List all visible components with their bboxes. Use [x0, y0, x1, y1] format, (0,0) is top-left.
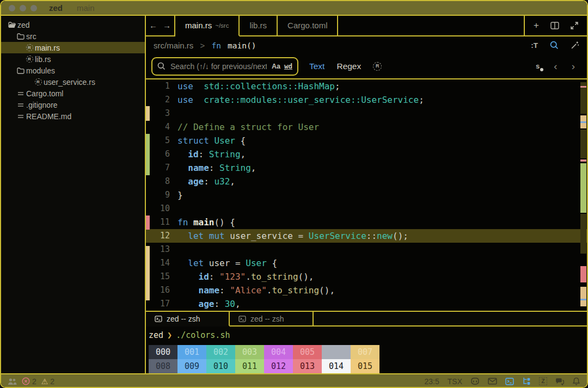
ansi-color-table: 0000010020030040050060070080090100110120… — [149, 345, 587, 373]
file-label: lib.rs — [35, 55, 51, 64]
rust-gear-icon[interactable]: R — [373, 62, 382, 71]
notifications-bell-icon[interactable] — [572, 377, 580, 385]
terminal-tab-2[interactable]: zed -- zsh — [230, 312, 314, 327]
editor-scrollbar[interactable] — [580, 79, 587, 311]
breadcrumb-path[interactable]: src/main.rs — [154, 41, 193, 50]
line-text: fn main() { — [170, 217, 235, 227]
chat-panel-icon[interactable] — [555, 378, 564, 385]
file-tree-item-src[interactable]: src — [1, 30, 145, 42]
editor-controls-icon[interactable]: :T — [531, 41, 538, 50]
code-line-17[interactable]: 17 age: 30, — [146, 297, 587, 311]
ansi-color-004: 004 — [264, 345, 293, 359]
code-line-8[interactable]: 8 age: u32, — [146, 175, 587, 188]
forward-icon[interactable]: → — [163, 21, 171, 30]
zoom-window-button[interactable] — [30, 5, 37, 11]
code-line-7[interactable]: 7 name: String, — [146, 161, 587, 175]
warning-count: 2 — [50, 377, 54, 386]
terminal-panel[interactable]: zed❯./colors.sh 000001002003004005006007… — [146, 327, 587, 373]
file-tree-item-gitignore[interactable]: .gitignore — [1, 99, 145, 110]
diagnostics-errors[interactable]: 2 — [22, 377, 36, 386]
code-line-11[interactable]: 11fn main() { — [146, 215, 587, 229]
diagnostics-warnings[interactable]: ⚠ 2 — [41, 377, 54, 386]
code-line-16[interactable]: 16 name: "Alice".to_string(), — [146, 284, 587, 297]
feedback-envelope-icon[interactable] — [488, 378, 497, 385]
file-tree-item-user-service-rs[interactable]: Ruser_service.rs — [1, 76, 145, 88]
file-tree-item-modules[interactable]: modules — [1, 65, 145, 76]
scrollbar-marker — [580, 299, 586, 300]
file-tree-item-lib-rs[interactable]: Rlib.rs — [1, 53, 145, 65]
terminal-panel-icon[interactable] — [505, 378, 514, 385]
split-pane-icon[interactable] — [550, 22, 559, 29]
file-label: modules — [26, 66, 55, 75]
terminal-tab-1[interactable]: zed -- zsh — [146, 312, 230, 327]
language-selector[interactable]: TSX — [448, 377, 462, 386]
breadcrumb[interactable]: src/main.rs > fn main() — [154, 41, 256, 50]
code-line-9[interactable]: 9} — [146, 188, 587, 202]
outline-panel-icon[interactable] — [522, 377, 531, 385]
tab-bar-actions: + — [524, 16, 587, 36]
new-tab-icon[interactable]: + — [534, 20, 539, 31]
file-tree-item-readme-md[interactable]: README.md — [1, 110, 145, 122]
expand-pane-icon[interactable] — [571, 22, 578, 29]
line-text: let mut user_service = UserService::new(… — [170, 231, 408, 241]
tab-lib-rs[interactable]: lib.rs — [240, 16, 278, 36]
project-panel: zedsrcRmain.rsRlib.rsmodulesRuser_servic… — [1, 16, 146, 373]
code-editor[interactable]: 1use std::collections::HashMap;2use crat… — [146, 78, 587, 312]
rust-file-icon: R — [24, 44, 35, 51]
git-branch-label[interactable]: main — [77, 3, 95, 13]
search-input[interactable] — [169, 61, 268, 71]
minimize-window-button[interactable] — [20, 5, 26, 11]
code-line-13[interactable]: 13 — [146, 243, 587, 256]
rust-file-icon: R — [24, 56, 35, 63]
back-icon[interactable]: ← — [149, 21, 157, 30]
file-label: user_service.rs — [44, 78, 95, 87]
search-mode-text[interactable]: Text — [309, 61, 324, 71]
search-mode-regex[interactable]: Regex — [336, 61, 361, 71]
code-line-1[interactable]: 1use std::collections::HashMap; — [146, 79, 587, 93]
folder-open-icon — [7, 22, 17, 28]
code-line-4[interactable]: 4// Define a struct for User — [146, 120, 587, 134]
previous-match-icon[interactable]: ‹ — [554, 61, 557, 71]
scrollbar-marker — [580, 121, 586, 123]
close-window-button[interactable] — [9, 5, 15, 11]
tab-cargo-toml[interactable]: Cargo.toml — [278, 16, 338, 36]
inline-assist-wand-icon[interactable] — [571, 41, 579, 50]
file-label: src — [26, 32, 36, 41]
code-line-15[interactable]: 15 id: "123".to_string(), — [146, 270, 587, 284]
file-lines-icon — [15, 91, 26, 96]
code-line-6[interactable]: 6 id: String, — [146, 147, 587, 161]
tab-label: main.rs — [185, 21, 212, 30]
edit-prediction-icon[interactable]: Z — [539, 377, 547, 385]
code-line-10[interactable]: 10 — [146, 202, 587, 215]
selection-search-icon[interactable]: s — [536, 62, 540, 70]
folder-icon — [15, 67, 26, 74]
scrollbar-marker — [580, 287, 586, 306]
next-match-icon[interactable]: › — [572, 61, 575, 71]
breadcrumb-symbol[interactable]: main() — [228, 41, 256, 50]
ansi-color-008: 008 — [149, 359, 177, 373]
whole-word-toggle[interactable]: wd — [284, 62, 292, 70]
code-line-3[interactable]: 3 — [146, 107, 587, 120]
diff-marker-strip — [146, 79, 150, 311]
toolbar-actions: :T — [531, 41, 579, 50]
code-line-12[interactable]: 12 let mut user_service = UserService::n… — [146, 229, 587, 243]
tab-main-rs[interactable]: main.rs~/src — [175, 16, 240, 36]
prompt-command: ./colors.sh — [176, 330, 230, 340]
file-tree-item-zed[interactable]: zed — [1, 19, 145, 30]
file-tree-item-cargo-toml[interactable]: Cargo.toml — [1, 88, 145, 99]
line-text: age: u32, — [170, 176, 235, 187]
code-line-5[interactable]: 5struct User { — [146, 134, 587, 147]
code-line-14[interactable]: 14 let user = User { — [146, 256, 587, 270]
collaboration-people-icon[interactable] — [8, 378, 17, 385]
code-line-2[interactable]: 2use crate::modules::user_service::UserS… — [146, 93, 587, 107]
rust-file-icon: R — [33, 78, 44, 85]
project-title[interactable]: zed — [49, 3, 63, 13]
cursor-position[interactable]: 23:5 — [425, 377, 439, 386]
case-sensitive-toggle[interactable]: Aa — [272, 63, 280, 70]
git-diff-marker — [146, 134, 150, 175]
buffer-search-icon[interactable] — [550, 41, 559, 50]
file-label: zed — [17, 21, 30, 29]
copilot-icon[interactable] — [470, 377, 480, 385]
ansi-color-000: 000 — [149, 345, 177, 359]
file-tree-item-main-rs[interactable]: Rmain.rs — [1, 42, 145, 53]
